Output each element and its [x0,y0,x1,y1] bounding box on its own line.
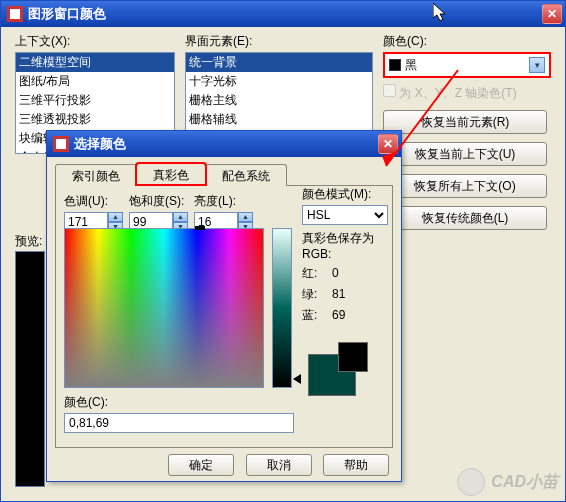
list-item[interactable]: 三维透视投影 [16,110,174,129]
color-label: 颜色(C): [383,33,551,50]
app-icon [7,6,23,22]
elements-label: 界面元素(E): [185,33,373,50]
restore-classic-button[interactable]: 恢复传统颜色(L) [383,206,547,230]
restore-element-button[interactable]: 恢复当前元素(R) [383,110,547,134]
app-icon [53,136,69,152]
tab-index-color[interactable]: 索引颜色 [55,164,137,186]
list-item[interactable]: 三维平行投影 [16,91,174,110]
mode-label: 颜色模式(M): [302,186,388,203]
color-tabs: 索引颜色 真彩色 配色系统 [55,163,393,186]
color-field-input[interactable] [64,413,294,433]
context-label: 上下文(X): [15,33,175,50]
ok-button[interactable]: 确定 [168,454,234,476]
list-item[interactable]: 栅格主线 [186,91,372,110]
preview-box [15,251,45,487]
child-title: 选择颜色 [74,135,378,153]
list-item[interactable]: 统一背景 [186,53,372,72]
color-mode-select[interactable]: HSL [302,205,388,225]
tint-checkbox[interactable]: 为 X、Y、Z 轴染色(T) [383,84,551,102]
svg-rect-3 [56,139,66,149]
wechat-icon [457,468,485,496]
chevron-down-icon: ▾ [529,57,545,73]
main-title: 图形窗口颜色 [28,5,542,23]
hue-marker-icon [195,226,205,230]
list-item[interactable]: 十字光标 [186,72,372,91]
tab-body: 色调(U): ▲▼ 饱和度(S): ▲▼ 亮度(L): ▲▼ 颜色模式(M): [55,186,393,448]
help-button[interactable]: 帮助 [323,454,389,476]
luminance-strip[interactable] [272,228,292,388]
preview-label: 预览: [15,233,42,250]
list-item[interactable]: 图纸/布局 [16,72,174,91]
select-color-dialog: 选择颜色 ✕ 索引颜色 真彩色 配色系统 色调(U): ▲▼ 饱和度(S): ▲… [46,130,402,482]
luminance-marker-icon [293,374,301,384]
sat-label: 饱和度(S): [129,193,188,210]
tab-color-books[interactable]: 配色系统 [205,164,287,186]
hue-sat-panel[interactable] [64,228,264,388]
color-value: 黑 [405,57,417,74]
restore-all-context-button[interactable]: 恢复所有上下文(O) [383,174,547,198]
svg-rect-1 [10,9,20,19]
list-item[interactable]: 栅格辅线 [186,110,372,129]
swatch-area [308,342,384,398]
color-combobox[interactable]: 黑 ▾ [383,52,551,78]
old-color-swatch [338,342,368,372]
child-close-button[interactable]: ✕ [378,134,398,154]
color-swatch-icon [389,59,401,71]
rgb-readout: 真彩色保存为RGB: 红:0 绿:81 蓝:69 [302,230,388,324]
list-item[interactable]: 二维模型空间 [16,53,174,72]
tab-true-color[interactable]: 真彩色 [136,163,206,185]
restore-context-button[interactable]: 恢复当前上下文(U) [383,142,547,166]
hue-label: 色调(U): [64,193,123,210]
cancel-button[interactable]: 取消 [246,454,312,476]
lum-label: 亮度(L): [194,193,253,210]
main-close-button[interactable]: ✕ [542,4,562,24]
child-titlebar: 选择颜色 ✕ [47,131,401,157]
watermark: CAD小苗 [457,468,558,496]
color-field-label: 颜色(C): [64,394,294,411]
main-titlebar: 图形窗口颜色 ✕ [1,1,565,27]
